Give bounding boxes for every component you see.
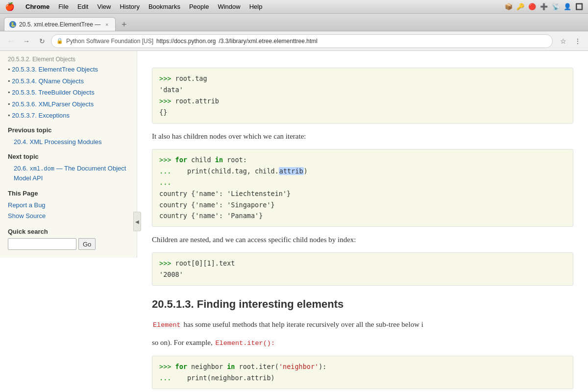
bookmark-star-button[interactable]: ☆ [557,35,569,48]
menubar-edit[interactable]: Edit [77,3,88,10]
prompt-3: >>> [159,156,171,164]
previous-topic-link[interactable]: 20.4. XML Processing Modules [8,137,129,147]
search-input[interactable] [8,238,76,250]
search-row: Go [8,238,129,250]
main-content: >>> root.tag 'data' >>> root.attrib {} I… [137,51,588,392]
sidebar-truncated-label: 20.5.3.2. Element Objects [8,56,129,63]
prompt-2: >>> [159,97,171,105]
output-2008: '2008' [159,270,183,278]
bullet-icon: ▪ [8,89,10,96]
element-inline-code: Element [152,321,182,329]
dots-1: ... [159,167,171,175]
plus-icon: ➕ [540,3,548,10]
chrome-menu-button[interactable]: ⋮ [571,35,584,48]
sidebar-previous-topic: Previous topic 20.4. XML Processing Modu… [8,126,129,147]
dots-2: ... [159,178,171,186]
element-iter-code: Element.iter(): [214,340,276,347]
reload-button[interactable]: ↻ [35,34,49,48]
sidebar-link-4[interactable]: 20.5.3.7. Exceptions [12,111,70,121]
bullet-icon: ▪ [8,66,10,73]
sidebar-link-2[interactable]: 20.5.3.5. TreeBuilder Objects [12,88,94,98]
url-prefix: https://docs.python.org [156,38,216,45]
active-tab[interactable]: 🐍 20.5. xml.etree.ElementTree — × [4,17,116,31]
apple-menu[interactable]: 🍎 [5,2,15,11]
prompt-5: >>> [159,363,171,370]
paragraph-1: It also has children nodes over which we… [152,130,573,142]
code-neighbor: neighbor [187,363,227,370]
sidebar-item-3[interactable]: ▪ 20.5.3.6. XMLParser Objects [8,99,129,109]
neighbor-string: 'neighbor' [279,363,318,370]
report-bug-link[interactable]: Report a Bug [8,200,129,211]
sidebar-link-0[interactable]: 20.5.3.3. ElementTree Objects [12,65,98,74]
code-paren: ) [304,167,308,175]
next-topic-link[interactable]: 20.6. xml.dom — The Document Object Mode… [8,163,129,184]
code-print: print(child.tag, child. [171,167,278,175]
code-iter-close: ): [318,363,326,370]
sidebar-collapse-button[interactable]: ◀ [133,212,141,231]
output-country-3: country {'name': 'Panama'} [159,212,263,220]
new-tab-button[interactable]: + [118,18,130,31]
section-heading-finding: 20.5.1.3. Finding interesting elements [152,295,573,313]
code-root: root: [223,156,247,164]
output-1: 'data' [159,86,183,94]
paragraph-3b: so on). For example, Element.iter(): [152,337,573,349]
prompt-1: >>> [159,74,171,82]
menubar-people[interactable]: People [189,3,209,10]
code-line-2: root.attrib [171,97,219,105]
prompt-4: >>> [159,259,171,267]
menubar-bookmarks[interactable]: Bookmarks [148,3,180,10]
lastpass-icon: 🔴 [528,3,536,10]
search-heading: Quick search [8,228,129,235]
menubar-window[interactable]: Window [218,3,240,10]
menubar-file[interactable]: File [58,3,69,10]
dots-3: ... [159,374,171,382]
sidebar-link-3[interactable]: 20.5.3.6. XMLParser Objects [12,99,94,109]
in-keyword-2: in [227,363,235,370]
menubar-chrome[interactable]: Chrome [25,3,49,10]
menubar-history[interactable]: History [120,3,139,10]
search-go-button[interactable]: Go [78,238,96,250]
code-block-4: >>> for neighbor in root.iter('neighbor'… [152,356,573,389]
url-path: /3.3/library/xml.etree.elementtree.html [219,38,318,45]
site-name: Python Software Foundation [US] [66,38,153,45]
forward-button[interactable]: → [20,34,33,48]
address-bar[interactable]: 🔒 Python Software Foundation [US] https:… [51,34,553,48]
sidebar-search-section: Quick search Go [8,228,129,250]
show-source-link[interactable]: Show Source [8,211,129,222]
menubar-system-icons: 📦 🔑 🔴 ➕ 📡 👤 🔲 [505,3,583,10]
page-body: 20.5.3.2. Element Objects ▪ 20.5.3.3. El… [0,51,588,392]
code-block-2: >>> for child in root: ... print(child.t… [152,149,573,227]
for-keyword-2: for [175,363,187,370]
para-3-mid: has some useful methods that help iterat… [182,320,423,328]
chrome-toolbar: ← → ↻ 🔒 Python Software Foundation [US] … [0,31,588,51]
battery-icon: 🔲 [575,3,583,10]
code-iter: root.iter( [235,363,278,370]
sidebar-link-1[interactable]: 20.5.3.4. QName Objects [12,76,84,86]
output-country-1: country {'name': 'Liechtenstein'} [159,190,291,197]
previous-topic-heading: Previous topic [8,126,129,134]
code-block-3: >>> root[0][1].text '2008' [152,252,573,286]
next-topic-code: xml.dom [30,166,54,172]
sidebar-item-2[interactable]: ▪ 20.5.3.5. TreeBuilder Objects [8,88,129,98]
sidebar: 20.5.3.2. Element Objects ▪ 20.5.3.3. El… [0,51,137,258]
for-keyword: for [175,156,187,164]
ssl-lock-icon: 🔒 [56,38,63,44]
menubar-help[interactable]: Help [249,3,263,10]
paragraph-3: Element has some useful methods that hel… [152,318,573,331]
sidebar-item-0[interactable]: ▪ 20.5.3.3. ElementTree Objects [8,65,129,74]
back-button[interactable]: ← [4,34,18,48]
bullet-icon: ▪ [8,100,10,107]
code-line-1: root.tag [171,74,207,82]
menubar-view[interactable]: View [97,3,111,10]
code-print-neighbor: print(neighbor.attrib) [171,374,274,382]
this-page-heading: This Page [8,190,129,197]
attrib-highlighted: attrib [279,167,304,175]
bullet-icon: ▪ [8,77,10,84]
sidebar-item-1[interactable]: ▪ 20.5.3.4. QName Objects [8,76,129,86]
tab-close-button[interactable]: × [103,21,110,28]
sidebar-item-4[interactable]: ▪ 20.5.3.7. Exceptions [8,111,129,121]
tabbar: 🐍 20.5. xml.etree.ElementTree — × + [0,14,588,31]
code-index: root[0][1].text [171,259,235,267]
password-icon: 🔑 [516,3,524,10]
tab-favicon: 🐍 [9,21,16,28]
